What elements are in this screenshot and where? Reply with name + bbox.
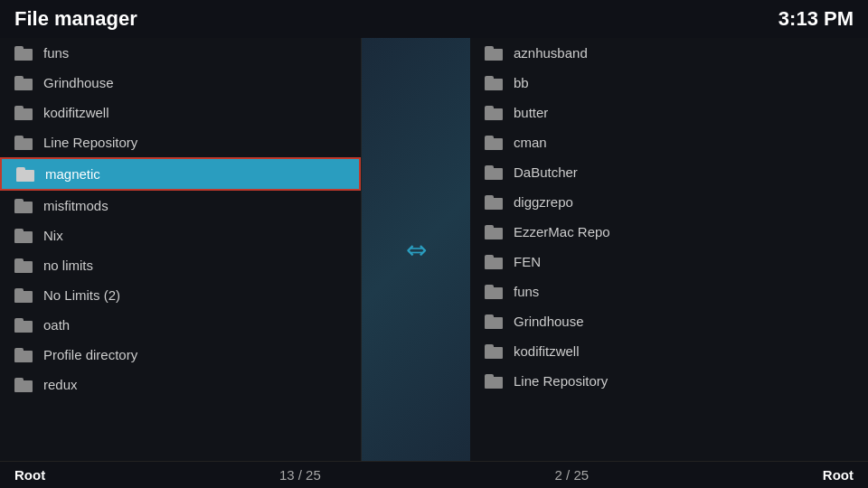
left-panel: funsGrindhousekodifitzwellLine Repositor… [0, 38, 362, 461]
left-list-item[interactable]: oath [0, 310, 361, 340]
right-list-item[interactable]: Grindhouse [470, 306, 868, 336]
folder-icon [485, 344, 503, 359]
app-container: File manager 3:13 PM funsGrindhousekodif… [0, 0, 868, 488]
left-list-item[interactable]: Profile directory [0, 340, 361, 370]
folder-icon [485, 106, 503, 120]
right-list-item[interactable]: DaButcher [470, 157, 868, 187]
file-item-label: diggzrepo [514, 194, 573, 210]
file-item-label: misfitmods [43, 198, 108, 213]
file-item-label: Nix [43, 228, 63, 243]
folder-icon [14, 106, 33, 120]
status-center-left: 13 / 25 [279, 467, 321, 483]
left-list-item[interactable]: Line Repository [0, 127, 361, 157]
right-list-item[interactable]: Line Repository [470, 366, 868, 396]
file-item-label: butter [514, 105, 548, 120]
folder-icon [485, 225, 503, 239]
status-left: Root [14, 467, 45, 483]
file-item-label: bb [514, 75, 529, 90]
right-list-item[interactable]: aznhusband [470, 38, 868, 68]
right-list-item[interactable]: diggzrepo [470, 187, 868, 217]
right-list-item[interactable]: butter [470, 98, 868, 127]
file-item-label: kodifitzwell [43, 105, 109, 120]
right-list-item[interactable]: funs [470, 277, 868, 306]
folder-icon [485, 255, 503, 269]
folder-icon [14, 348, 33, 362]
main-content: funsGrindhousekodifitzwellLine Repositor… [0, 38, 868, 461]
transfer-icon: ⇔ [406, 235, 427, 265]
status-right: Root [823, 467, 854, 483]
file-item-label: DaButcher [514, 164, 578, 180]
app-title: File manager [14, 7, 137, 31]
left-list-item[interactable]: misfitmods [0, 191, 361, 221]
file-item-label: magnetic [45, 166, 100, 182]
left-list-item[interactable]: magnetic [0, 157, 361, 191]
left-list-item[interactable]: no limits [0, 250, 361, 280]
folder-icon [485, 76, 503, 90]
right-panel: aznhusbandbbbuttercmanDaButcherdiggzrepo… [470, 38, 868, 461]
left-list-item[interactable]: funs [0, 38, 361, 68]
folder-icon [14, 318, 33, 333]
middle-panel: ⇔ [362, 38, 470, 461]
folder-icon [485, 46, 503, 61]
folder-icon [485, 314, 503, 329]
file-item-label: Grindhouse [514, 314, 584, 329]
right-list-item[interactable]: kodifitzwell [470, 336, 868, 366]
file-item-label: Line Repository [514, 373, 608, 389]
file-item-label: Profile directory [43, 347, 137, 362]
file-item-label: kodifitzwell [514, 343, 580, 359]
status-center-right: 2 / 25 [555, 467, 590, 483]
folder-icon [485, 195, 503, 210]
folder-icon [14, 378, 33, 392]
left-list-item[interactable]: Nix [0, 221, 361, 250]
right-list-item[interactable]: FEN [470, 247, 868, 277]
folder-icon [14, 46, 33, 61]
title-bar: File manager 3:13 PM [0, 0, 868, 38]
folder-icon [485, 374, 503, 389]
folder-icon [14, 199, 33, 213]
left-list-item[interactable]: kodifitzwell [0, 98, 361, 127]
status-bar: Root 13 / 25 2 / 25 Root [0, 461, 868, 488]
file-item-label: funs [514, 284, 539, 299]
folder-icon [485, 136, 503, 150]
folder-icon [14, 76, 33, 90]
file-item-label: FEN [514, 254, 541, 269]
clock: 3:13 PM [778, 7, 854, 31]
folder-icon [16, 167, 34, 182]
folder-icon [14, 136, 33, 150]
right-list-item[interactable]: bb [470, 68, 868, 98]
file-item-label: EzzerMac Repo [514, 224, 610, 239]
right-list-item[interactable]: cman [470, 127, 868, 157]
file-item-label: Line Repository [43, 135, 137, 150]
left-list-item[interactable]: No Limits (2) [0, 280, 361, 310]
file-item-label: funs [43, 45, 69, 61]
right-list-item[interactable]: EzzerMac Repo [470, 217, 868, 247]
file-item-label: No Limits (2) [43, 287, 120, 303]
file-item-label: Grindhouse [43, 75, 114, 90]
file-item-label: redux [43, 377, 78, 392]
folder-icon [485, 285, 503, 299]
left-list-item[interactable]: redux [0, 370, 361, 399]
file-item-label: oath [43, 317, 70, 333]
folder-icon [14, 258, 33, 273]
folder-icon [14, 288, 33, 303]
file-item-label: aznhusband [514, 45, 588, 61]
folder-icon [14, 229, 33, 243]
folder-icon [485, 165, 503, 180]
file-item-label: cman [514, 135, 547, 150]
file-item-label: no limits [43, 258, 93, 273]
left-list-item[interactable]: Grindhouse [0, 68, 361, 98]
